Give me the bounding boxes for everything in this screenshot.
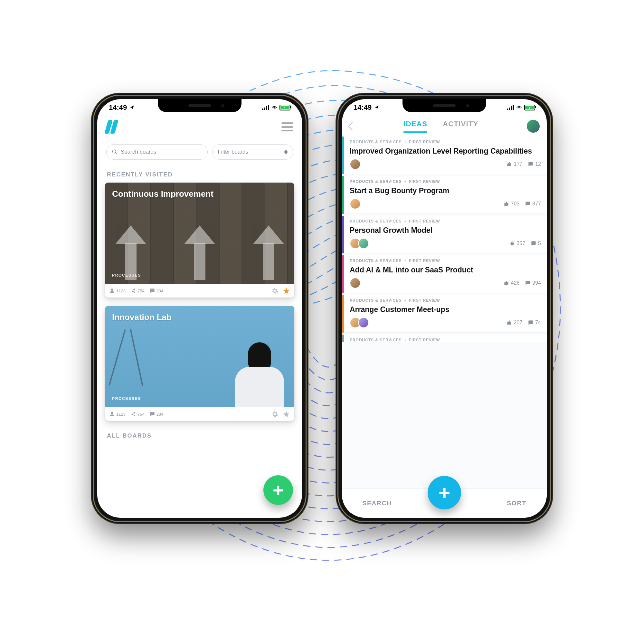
- comments-count: 74: [528, 320, 541, 326]
- idea-card[interactable]: PRODUCTS & SERVICES • FIRST REVIEW Add A…: [342, 255, 547, 293]
- contributors-count: 754: [131, 288, 145, 293]
- search-icon: [112, 149, 118, 155]
- comment-icon: [531, 241, 536, 246]
- filter-button[interactable]: Filter boards: [212, 144, 293, 160]
- board-title: Innovation Lab: [112, 312, 287, 322]
- cell-signal-icon: [262, 105, 269, 110]
- board-title: Continuous Improvement: [112, 189, 287, 199]
- comments-count: 234: [150, 288, 164, 293]
- comment-icon: [150, 412, 155, 417]
- comments-count: 5: [531, 241, 541, 246]
- thumbs-up-icon: [504, 201, 509, 206]
- share-icon: [131, 412, 136, 417]
- gear-icon[interactable]: [271, 411, 278, 418]
- search-button[interactable]: SEARCH: [362, 500, 392, 507]
- likes-count: 426: [504, 280, 520, 286]
- location-arrow-icon: [129, 105, 135, 110]
- tab-activity[interactable]: ACTIVITY: [443, 120, 478, 133]
- thumbs-up-icon: [509, 241, 515, 246]
- share-icon: [131, 288, 136, 293]
- members-count: 1123: [109, 288, 126, 293]
- all-boards-heading: ALL BOARDS: [97, 429, 302, 444]
- idea-avatars: [350, 278, 358, 289]
- wifi-icon: [516, 105, 522, 110]
- notch: [403, 99, 486, 112]
- plus-icon: +: [439, 481, 450, 504]
- idea-card[interactable]: PRODUCTS & SERVICES • FIRST REVIEW Impro…: [342, 137, 547, 174]
- idea-card[interactable]: PRODUCTS & SERVICES • FIRST REVIEW: [342, 335, 547, 342]
- idea-card[interactable]: PRODUCTS & SERVICES • FIRST REVIEW Start…: [342, 176, 547, 214]
- idea-crumbs: PRODUCTS & SERVICES • FIRST REVIEW: [350, 179, 541, 184]
- comment-icon: [150, 288, 155, 293]
- back-button[interactable]: [348, 122, 356, 131]
- comments-count: 234: [150, 412, 164, 417]
- likes-count: 207: [507, 320, 523, 326]
- filter-label: Filter boards: [218, 149, 248, 155]
- search-input[interactable]: Search boards: [106, 144, 208, 160]
- idea-card[interactable]: PRODUCTS & SERVICES • FIRST REVIEW Arran…: [342, 295, 547, 333]
- search-placeholder: Search boards: [121, 149, 156, 155]
- idea-crumbs: PRODUCTS & SERVICES • FIRST REVIEW: [350, 259, 541, 263]
- person-icon: [109, 288, 115, 293]
- star-icon[interactable]: [283, 411, 290, 418]
- likes-count: 357: [509, 241, 525, 246]
- phone-ideas: 14:49 IDEAS ACTIVITY: [336, 93, 553, 524]
- idea-avatars: [350, 238, 366, 249]
- add-board-fab[interactable]: +: [263, 475, 293, 505]
- members-count: 1123: [109, 412, 126, 417]
- phone-boards: 14:49: [91, 93, 308, 524]
- ideas-list[interactable]: PRODUCTS & SERVICES • FIRST REVIEW Impro…: [342, 137, 547, 489]
- board-category: PROCESSES: [112, 273, 287, 278]
- status-time: 14:49: [109, 103, 127, 112]
- plus-icon: +: [273, 479, 284, 501]
- gear-icon[interactable]: [271, 287, 278, 294]
- status-time: 14:49: [354, 103, 372, 112]
- idea-crumbs: PRODUCTS & SERVICES • FIRST REVIEW: [350, 298, 541, 303]
- tab-ideas[interactable]: IDEAS: [403, 120, 427, 133]
- idea-crumbs: PRODUCTS & SERVICES • FIRST REVIEW: [350, 140, 541, 144]
- app-logo: [104, 120, 118, 134]
- notch: [158, 99, 241, 112]
- comment-icon: [528, 162, 533, 167]
- star-icon[interactable]: [283, 287, 290, 294]
- idea-title: Add AI & ML into our SaaS Product: [350, 266, 541, 274]
- comments-count: 12: [528, 161, 541, 167]
- avatar[interactable]: [527, 120, 540, 133]
- thumbs-up-icon: [507, 162, 512, 167]
- arrow-up-icon: [184, 225, 216, 280]
- idea-crumbs: PRODUCTS & SERVICES • FIRST REVIEW: [350, 338, 541, 342]
- comment-icon: [525, 280, 530, 286]
- comment-icon: [525, 201, 530, 206]
- sort-button[interactable]: SORT: [507, 500, 526, 507]
- board-card[interactable]: Continuous Improvement PROCESSES 1123: [105, 183, 294, 298]
- idea-title: Improved Organization Level Reporting Ca…: [350, 147, 541, 156]
- contributors-count: 754: [131, 412, 145, 417]
- idea-title: Personal Growth Model: [350, 226, 541, 235]
- likes-count: 703: [504, 201, 520, 207]
- idea-title: Arrange Customer Meet-ups: [350, 305, 541, 314]
- thumbs-up-icon: [507, 320, 512, 325]
- idea-card[interactable]: PRODUCTS & SERVICES • FIRST REVIEW Perso…: [342, 216, 547, 253]
- idea-title: Start a Bug Bounty Program: [350, 186, 541, 195]
- recently-visited-heading: RECENTLY VISITED: [97, 168, 302, 183]
- cell-signal-icon: [507, 105, 514, 110]
- board-category: PROCESSES: [112, 396, 287, 401]
- arrow-up-icon: [115, 225, 147, 280]
- menu-button[interactable]: [281, 122, 293, 131]
- wifi-icon: [272, 105, 277, 110]
- battery-icon: [279, 105, 290, 110]
- thumbs-up-icon: [504, 280, 509, 286]
- location-arrow-icon: [374, 105, 379, 110]
- battery-icon: [524, 105, 535, 110]
- idea-avatars: [350, 159, 358, 170]
- board-card[interactable]: Innovation Lab PROCESSES 1123: [105, 306, 294, 421]
- idea-avatars: [350, 198, 358, 209]
- likes-count: 177: [507, 161, 523, 167]
- comments-count: 994: [525, 280, 541, 286]
- idea-crumbs: PRODUCTS & SERVICES • FIRST REVIEW: [350, 219, 541, 223]
- arrow-up-icon: [252, 225, 285, 280]
- add-idea-fab[interactable]: +: [428, 476, 461, 509]
- decorative-scaffold: [117, 328, 181, 386]
- sort-toggle-icon: [284, 150, 288, 154]
- comment-icon: [528, 320, 533, 325]
